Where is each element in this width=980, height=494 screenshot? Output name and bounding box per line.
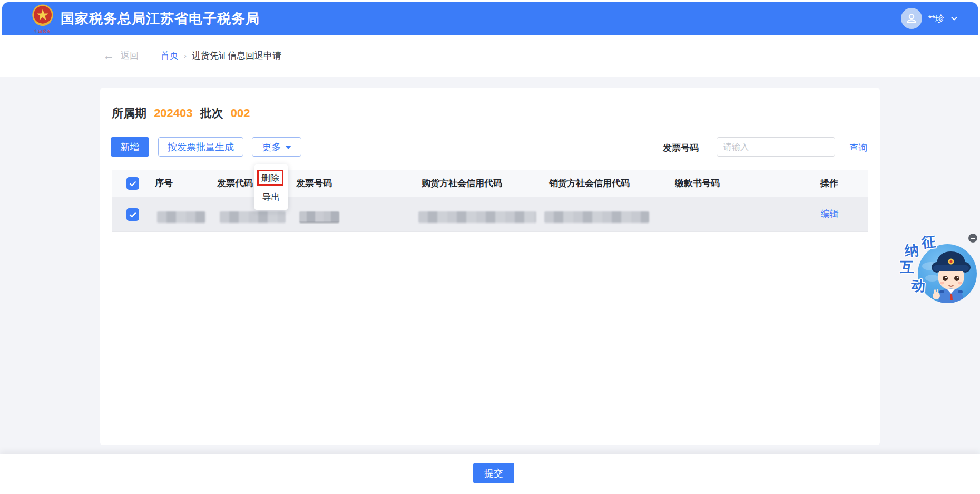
add-button[interactable]: 新增 bbox=[111, 137, 149, 157]
invoice-number-label: 发票号码 bbox=[663, 142, 699, 154]
menu-item-export[interactable]: 导出 bbox=[254, 190, 288, 206]
logo-caption: 中国税务 bbox=[30, 30, 55, 33]
mascot-char-zheng[interactable]: 征 bbox=[920, 232, 937, 253]
breadcrumb-current: 进货凭证信息回退申请 bbox=[192, 50, 281, 62]
redacted-cell-buyer-credit-code bbox=[418, 211, 536, 223]
select-all-checkbox[interactable] bbox=[126, 177, 139, 190]
page: 中国税务 国家税务总局江苏省电子税务局 **珍 ← 返回 首页 › 进 bbox=[0, 0, 980, 494]
batch-label: 批次 bbox=[200, 106, 223, 120]
back-label: 返回 bbox=[121, 50, 139, 62]
back-button[interactable]: ← 返回 bbox=[103, 50, 139, 62]
more-button[interactable]: 更多 bbox=[252, 137, 301, 157]
check-icon bbox=[129, 181, 136, 187]
col-header-serial: 序号 bbox=[155, 170, 173, 197]
breadcrumb-bar: ← 返回 首页 › 进货凭证信息回退申请 bbox=[0, 35, 980, 77]
redacted-cell-seller-credit-code bbox=[544, 211, 649, 223]
col-header-buyer-credit-code: 购货方社会信用代码 bbox=[422, 170, 502, 197]
content-card: 所属期 202403 批次 002 新增 按发票批量生成 更多 发票号码 查询 … bbox=[100, 88, 880, 445]
breadcrumb-separator: › bbox=[184, 51, 187, 60]
col-header-invoice-number: 发票号码 bbox=[296, 170, 332, 197]
national-emblem-icon bbox=[31, 4, 54, 27]
check-icon bbox=[129, 212, 136, 218]
period-label: 所属期 bbox=[112, 106, 146, 120]
redacted-cell-serial bbox=[157, 211, 205, 223]
mascot-char-dong[interactable]: 动 bbox=[910, 276, 926, 296]
back-arrow-icon: ← bbox=[103, 50, 114, 61]
tax-assistant-widget[interactable] bbox=[918, 244, 977, 303]
assistant-mascot bbox=[929, 245, 973, 303]
col-header-invoice-code: 发票代码 bbox=[217, 170, 253, 197]
records-table: 序号 发票代码 发票号码 购货方社会信用代码 销货方社会信用代码 缴款书号码 操… bbox=[112, 170, 868, 232]
more-dropdown-menu: 删除 导出 bbox=[254, 164, 288, 210]
redacted-cell-invoice-number bbox=[299, 211, 339, 223]
avatar[interactable] bbox=[901, 8, 922, 29]
row-checkbox[interactable] bbox=[126, 208, 139, 221]
period-value: 202403 bbox=[154, 106, 192, 120]
delete-highlight-annotation: 删除 bbox=[257, 170, 283, 186]
table-header-row: 序号 发票代码 发票号码 购货方社会信用代码 销货方社会信用代码 缴款书号码 操… bbox=[112, 170, 868, 197]
caret-down-icon bbox=[285, 146, 291, 149]
search-link[interactable]: 查询 bbox=[849, 142, 867, 154]
mascot-char-hu[interactable]: 互 bbox=[900, 258, 914, 277]
redacted-cell-invoice-code bbox=[220, 211, 286, 223]
user-menu[interactable]: **珍 bbox=[901, 2, 958, 35]
table-row[interactable]: 编辑 bbox=[112, 197, 868, 232]
breadcrumb: ← 返回 首页 › 进货凭证信息回退申请 bbox=[103, 50, 281, 62]
user-icon bbox=[905, 12, 918, 25]
breadcrumb-home-link[interactable]: 首页 bbox=[161, 50, 179, 62]
username[interactable]: **珍 bbox=[928, 13, 944, 25]
submit-button[interactable]: 提交 bbox=[473, 463, 514, 483]
app-header: 中国税务 国家税务总局江苏省电子税务局 **珍 bbox=[2, 2, 978, 35]
col-header-seller-credit-code: 销货方社会信用代码 bbox=[549, 170, 630, 197]
invoice-number-input[interactable] bbox=[717, 137, 835, 157]
minimize-icon[interactable] bbox=[968, 234, 977, 243]
chevron-down-icon[interactable] bbox=[950, 15, 958, 22]
tax-bureau-logo: 中国税务 bbox=[30, 4, 55, 33]
more-label: 更多 bbox=[262, 141, 281, 153]
col-header-actions: 操作 bbox=[820, 170, 838, 197]
batch-value: 002 bbox=[231, 106, 250, 120]
app-title: 国家税务总局江苏省电子税务局 bbox=[61, 9, 260, 28]
edit-link[interactable]: 编辑 bbox=[821, 208, 839, 220]
menu-item-delete[interactable]: 删除 bbox=[259, 172, 282, 184]
batch-generate-button[interactable]: 按发票批量生成 bbox=[158, 137, 243, 157]
period-heading: 所属期 202403 批次 002 bbox=[112, 105, 254, 121]
col-header-payment-doc-number: 缴款书号码 bbox=[675, 170, 720, 197]
